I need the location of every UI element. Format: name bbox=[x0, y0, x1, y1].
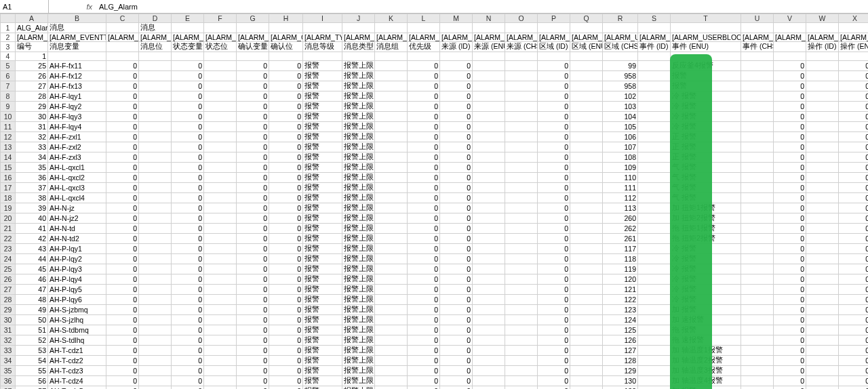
cell[interactable]: 0 bbox=[172, 295, 204, 305]
cell[interactable]: 报警上限 bbox=[342, 254, 375, 264]
cell[interactable] bbox=[638, 163, 671, 173]
cell[interactable]: 35 bbox=[16, 163, 48, 173]
cell[interactable]: AH-N-td2 bbox=[48, 234, 106, 244]
row-header[interactable]: 12 bbox=[1, 132, 16, 142]
cell[interactable] bbox=[806, 295, 839, 305]
row-header[interactable]: 19 bbox=[1, 203, 16, 213]
cell[interactable] bbox=[375, 366, 408, 376]
cell[interactable]: 0 bbox=[774, 264, 806, 274]
cell[interactable]: 0 bbox=[269, 173, 303, 183]
cell[interactable] bbox=[806, 346, 839, 356]
cell[interactable]: 0 bbox=[774, 152, 806, 163]
cell[interactable]: 0 bbox=[538, 91, 570, 102]
cell[interactable]: 0 bbox=[237, 163, 269, 173]
cell[interactable]: 操作 (ID) bbox=[806, 42, 839, 52]
cell[interactable]: 112 bbox=[603, 193, 638, 203]
column-header-F[interactable]: F bbox=[204, 14, 237, 23]
cell[interactable]: 0 bbox=[774, 163, 806, 173]
cell[interactable]: 0 bbox=[237, 285, 269, 295]
cell[interactable]: 104 bbox=[603, 112, 638, 122]
cell[interactable]: 报警上限 bbox=[342, 274, 375, 285]
table-row[interactable]: 3555AH-T-cdz30000报警报警上限000129加 轴温度3报警00 bbox=[1, 366, 869, 376]
cell[interactable] bbox=[806, 193, 839, 203]
row-header[interactable]: 32 bbox=[1, 335, 16, 346]
cell[interactable] bbox=[638, 244, 671, 254]
cell[interactable]: 报警 bbox=[303, 315, 342, 325]
cell[interactable]: 0 bbox=[172, 285, 204, 295]
table-row[interactable]: 2141AH-N-td0000报警报警上限000262拖 扭矩1报警00 bbox=[1, 224, 869, 234]
cell[interactable]: [ALARM_US bbox=[774, 33, 806, 42]
cell[interactable]: 0 bbox=[269, 386, 303, 390]
cell[interactable] bbox=[204, 183, 237, 193]
cell[interactable]: AH-F-lqy4 bbox=[48, 122, 106, 132]
row-header[interactable]: 14 bbox=[1, 152, 16, 163]
cell[interactable] bbox=[570, 112, 603, 122]
cell[interactable] bbox=[806, 244, 839, 254]
cell[interactable]: AH-F-fx12 bbox=[48, 71, 106, 81]
column-header-D[interactable]: D bbox=[139, 14, 172, 23]
row-header[interactable]: 26 bbox=[1, 274, 16, 285]
cell[interactable]: 0 bbox=[408, 285, 440, 295]
cell[interactable]: 0 bbox=[269, 295, 303, 305]
cell[interactable]: 0 bbox=[106, 295, 139, 305]
cell[interactable]: 0 bbox=[839, 132, 869, 142]
cell[interactable]: 0 bbox=[408, 152, 440, 163]
cell[interactable]: 0 bbox=[106, 193, 139, 203]
cell[interactable] bbox=[570, 71, 603, 81]
cell[interactable] bbox=[139, 81, 172, 91]
cell[interactable] bbox=[505, 295, 538, 305]
cell[interactable]: 48 bbox=[16, 295, 48, 305]
cell[interactable] bbox=[505, 81, 538, 91]
cell[interactable]: 报警上限 bbox=[342, 173, 375, 183]
cell[interactable] bbox=[638, 173, 671, 183]
table-row[interactable]: 41 bbox=[1, 52, 869, 61]
cell[interactable] bbox=[106, 52, 139, 61]
cell[interactable]: 0 bbox=[839, 112, 869, 122]
cell[interactable]: 0 bbox=[106, 376, 139, 386]
cell[interactable]: 0 bbox=[839, 122, 869, 132]
cell[interactable] bbox=[375, 122, 408, 132]
cell[interactable]: 报警 bbox=[303, 274, 342, 285]
cell[interactable]: 0 bbox=[839, 163, 869, 173]
cell[interactable]: 区域 (ID) bbox=[538, 42, 570, 52]
cell[interactable]: 0 bbox=[237, 91, 269, 102]
cell[interactable]: 0 bbox=[774, 234, 806, 244]
cell[interactable]: 0 bbox=[440, 315, 473, 325]
cell[interactable]: 加 轴温度1报警 bbox=[671, 346, 741, 356]
cell[interactable]: 0 bbox=[237, 335, 269, 346]
cell[interactable]: 0 bbox=[269, 335, 303, 346]
cell[interactable]: 0 bbox=[269, 132, 303, 142]
cell[interactable] bbox=[638, 112, 671, 122]
cell[interactable] bbox=[139, 102, 172, 112]
cell[interactable]: 报警上限 bbox=[342, 91, 375, 102]
cell[interactable] bbox=[570, 234, 603, 244]
cell[interactable]: 0 bbox=[839, 366, 869, 376]
cell[interactable]: 0 bbox=[106, 346, 139, 356]
cell[interactable]: 0 bbox=[408, 356, 440, 366]
table-row[interactable]: 3454AH-T-cdz20000报警报警上限000128加 轴温度2报警00 bbox=[1, 356, 869, 366]
cell[interactable] bbox=[473, 122, 505, 132]
column-header-I[interactable]: I bbox=[303, 14, 342, 23]
cell[interactable]: [ALARM_US bbox=[408, 33, 440, 42]
cell[interactable] bbox=[638, 81, 671, 91]
table-row[interactable]: 1636AH-L-qxcl20000报警报警上限000110气 报警00 bbox=[1, 173, 869, 183]
cell[interactable]: 0 bbox=[269, 305, 303, 315]
cell[interactable] bbox=[375, 81, 408, 91]
cell[interactable] bbox=[505, 274, 538, 285]
cell[interactable]: 0 bbox=[839, 183, 869, 193]
cell[interactable]: 报警上限 bbox=[342, 112, 375, 122]
cell[interactable] bbox=[806, 335, 839, 346]
cell[interactable] bbox=[473, 346, 505, 356]
cell[interactable] bbox=[741, 356, 774, 366]
cell[interactable] bbox=[570, 285, 603, 295]
cell[interactable] bbox=[204, 61, 237, 71]
cell[interactable]: 来源 (CHS) bbox=[505, 42, 538, 52]
cell[interactable]: 0 bbox=[172, 122, 204, 132]
cell[interactable] bbox=[741, 213, 774, 224]
cell[interactable]: 27 bbox=[16, 81, 48, 91]
cell[interactable]: 0 bbox=[538, 386, 570, 390]
cell[interactable]: 45 bbox=[16, 264, 48, 274]
name-box[interactable]: A1 bbox=[0, 0, 49, 13]
cell[interactable]: 报警上限 bbox=[342, 122, 375, 132]
cell[interactable]: 0 bbox=[237, 193, 269, 203]
